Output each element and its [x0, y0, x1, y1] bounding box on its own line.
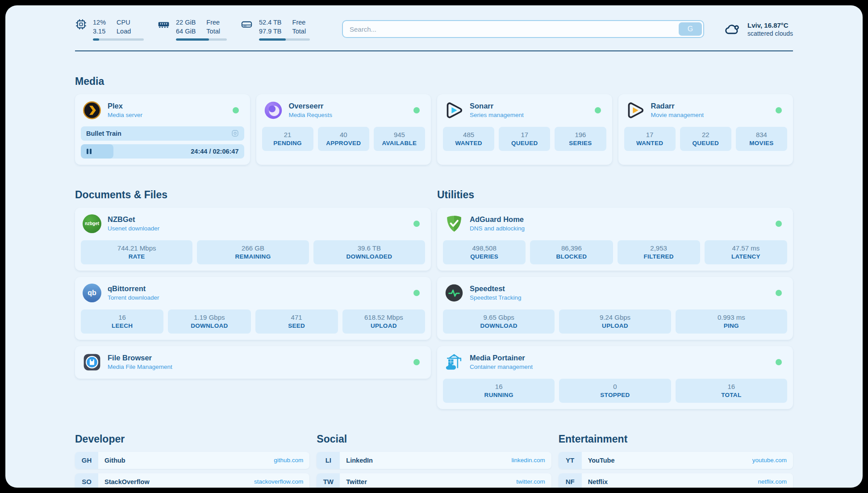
playback-time: 24:44 / 02:06:47: [191, 148, 238, 155]
stat-label: DOWNLOAD: [170, 322, 249, 329]
stat-label: REMAINING: [199, 253, 307, 260]
service-description: Speedtest Tracking: [470, 294, 522, 301]
section-title-developer: Developer: [75, 433, 309, 445]
bookmark-linkedin[interactable]: LI LinkedIn linkedin.com: [317, 452, 551, 469]
stat-tile: 2,953 FILTERED: [618, 240, 700, 264]
service-card-overseerr[interactable]: Overseerr Media Requests 21 PENDING 40 A…: [256, 94, 431, 165]
stat-label: QUERIES: [445, 253, 524, 260]
service-description: Media File Management: [108, 363, 172, 370]
stat-value: 86,396: [532, 244, 611, 252]
stat-label: STOPPED: [561, 392, 669, 398]
bookmark-name: Netflix: [588, 478, 608, 485]
stat-label: SERIES: [556, 140, 604, 146]
stat-label: APPROVED: [320, 140, 367, 146]
nzbget-icon: nzbget: [83, 214, 101, 233]
memory-total: 64 GiB: [176, 27, 196, 36]
stat-value: 22: [682, 131, 730, 138]
bookmark-name: LinkedIn: [346, 457, 373, 464]
cloud-icon: [723, 21, 742, 37]
stat-value: 0: [561, 383, 669, 390]
stat-value: 9.65 Gbps: [445, 313, 553, 321]
memory-free: 22 GiB: [176, 18, 196, 27]
stat-tile: 17 WANTED: [624, 127, 676, 151]
weather-condition: scattered clouds: [747, 30, 793, 37]
stat-tile: 40 APPROVED: [318, 127, 369, 151]
bookmark-twitter[interactable]: TW Twitter twitter.com: [317, 473, 551, 488]
service-card-radarr[interactable]: Radarr Movie management 17 WANTED 22 QUE…: [618, 94, 793, 165]
bookmark-url: github.com: [274, 457, 303, 464]
stat-label: DOWNLOAD: [445, 322, 553, 329]
service-card-adguard[interactable]: AdGuard Home DNS and adblocking 498,508 …: [437, 208, 793, 271]
section-title-documents: Documents & Files: [75, 189, 431, 201]
service-card-sonarr[interactable]: Sonarr Series management 485 WANTED 17 Q…: [437, 94, 612, 165]
disk-total: 97.9 TB: [259, 27, 282, 36]
service-card-qbittorrent[interactable]: qb qBittorrent Torrent downloader 16 LEE…: [75, 277, 431, 340]
bookmark-abbr: TW: [317, 473, 340, 488]
stat-label: QUEUED: [501, 140, 548, 146]
sonarr-icon: [445, 101, 463, 120]
status-online-dot: [233, 107, 239, 113]
dashboard-panel: 12% 3.15 CPU Load: [5, 5, 863, 488]
section-title-utilities: Utilities: [437, 189, 793, 201]
search-provider-button[interactable]: G: [679, 22, 702, 36]
service-name: Speedtest: [470, 284, 522, 293]
status-online-dot: [413, 359, 420, 365]
stat-tile: 0 STOPPED: [559, 379, 671, 403]
stat-label: RATE: [83, 253, 191, 260]
service-card-nzbget[interactable]: nzbget NZBGet Usenet downloader 744.21 M…: [75, 208, 431, 271]
stat-label: UPLOAD: [344, 322, 423, 329]
service-name: Plex: [108, 102, 142, 110]
plex-icon: [83, 101, 101, 120]
stat-value: 744.21 Mbps: [83, 244, 191, 252]
stat-value: 2,953: [619, 244, 698, 252]
status-online-dot: [595, 107, 601, 113]
status-online-dot: [776, 290, 782, 296]
section-title-media: Media: [75, 75, 793, 88]
service-card-portainer[interactable]: Media Portainer Container management 16 …: [437, 346, 793, 409]
section-title-social: Social: [317, 433, 551, 445]
stat-tile: 945 AVAILABLE: [374, 127, 425, 151]
stat-tile: 16 RUNNING: [443, 379, 555, 403]
stat-label: WANTED: [445, 140, 492, 146]
service-name: AdGuard Home: [470, 215, 525, 224]
stat-label: UPLOAD: [561, 322, 669, 329]
stat-label: DOWNLOADED: [315, 253, 423, 260]
stat-value: 498,508: [445, 244, 524, 252]
stat-tile: 196 SERIES: [555, 127, 606, 151]
bookmark-github[interactable]: GH Github github.com: [75, 452, 309, 469]
speedtest-icon: [445, 284, 463, 302]
stat-value: 40: [320, 131, 367, 138]
stat-tile: 471 SEED: [255, 309, 338, 334]
bookmark-stackoverflow[interactable]: SO StackOverflow stackoverflow.com: [75, 473, 309, 488]
system-stats: 12% 3.15 CPU Load: [75, 18, 323, 41]
stat-label: FILTERED: [619, 253, 698, 260]
stat-tile: 86,396 BLOCKED: [530, 240, 613, 264]
stat-value: 471: [257, 313, 336, 321]
qbittorrent-icon: qb: [83, 284, 101, 302]
service-card-speedtest[interactable]: Speedtest Speedtest Tracking 9.65 Gbps D…: [437, 277, 793, 340]
bookmark-abbr: YT: [559, 452, 582, 469]
service-description: Media Requests: [289, 112, 333, 118]
stat-label: MOVIES: [738, 140, 785, 146]
stat-tile: 266 GB REMAINING: [197, 240, 309, 264]
search-input[interactable]: [344, 25, 679, 33]
stat-tile: 39.6 TB DOWNLOADED: [313, 240, 425, 264]
media-grid: Plex Media server Bullet Train 24:44 / 0…: [75, 94, 793, 165]
section-title-entertainment: Entertainment: [559, 433, 793, 445]
disk-label-2: Total: [292, 27, 306, 36]
stat-label: AVAILABLE: [376, 140, 423, 146]
bookmark-netflix[interactable]: NF Netflix netflix.com: [559, 473, 793, 488]
stat-value: 16: [677, 383, 785, 390]
bookmark-youtube[interactable]: YT YouTube youtube.com: [559, 452, 793, 469]
service-description: Usenet downloader: [108, 225, 159, 232]
memory-label-2: Total: [206, 27, 220, 36]
service-card-filebrowser[interactable]: File Browser Media File Management: [75, 346, 431, 379]
weather-widget: Lviv, 16.87°C scattered clouds: [723, 21, 793, 37]
stat-label: WANTED: [626, 140, 674, 146]
bookmark-name: Github: [104, 457, 125, 464]
cpu-percent: 12%: [93, 18, 106, 27]
status-online-dot: [776, 359, 782, 365]
stat-tile: 47.57 ms LATENCY: [705, 240, 787, 264]
cpu-stat: 12% 3.15 CPU Load: [75, 18, 144, 41]
service-card-plex[interactable]: Plex Media server Bullet Train 24:44 / 0…: [75, 94, 250, 165]
